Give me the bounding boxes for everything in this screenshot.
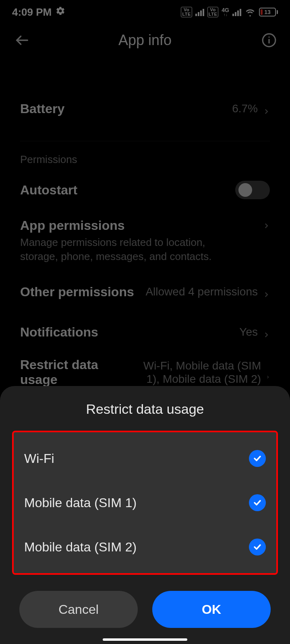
checkmark-icon[interactable] xyxy=(249,450,266,467)
option-sim2-label: Mobile data (SIM 2) xyxy=(24,540,137,555)
ok-button-label: OK xyxy=(202,602,221,617)
option-wifi[interactable]: Wi-Fi xyxy=(14,436,276,481)
ok-button[interactable]: OK xyxy=(152,591,271,628)
cancel-button[interactable]: Cancel xyxy=(19,591,138,628)
dialog-buttons: Cancel OK xyxy=(0,575,290,628)
option-wifi-label: Wi-Fi xyxy=(24,451,54,466)
option-sim1[interactable]: Mobile data (SIM 1) xyxy=(14,481,276,525)
checkmark-icon[interactable] xyxy=(249,494,266,511)
dialog-title: Restrict data usage xyxy=(0,386,290,431)
option-sim1-label: Mobile data (SIM 1) xyxy=(24,495,137,510)
cancel-button-label: Cancel xyxy=(58,602,99,617)
option-sim2[interactable]: Mobile data (SIM 2) xyxy=(14,525,276,569)
checkmark-icon[interactable] xyxy=(249,539,266,555)
restrict-data-dialog: Restrict data usage Wi-Fi Mobile data (S… xyxy=(0,386,290,644)
home-indicator[interactable] xyxy=(103,638,187,641)
dialog-options-highlight: Wi-Fi Mobile data (SIM 1) Mobile data (S… xyxy=(12,431,278,575)
